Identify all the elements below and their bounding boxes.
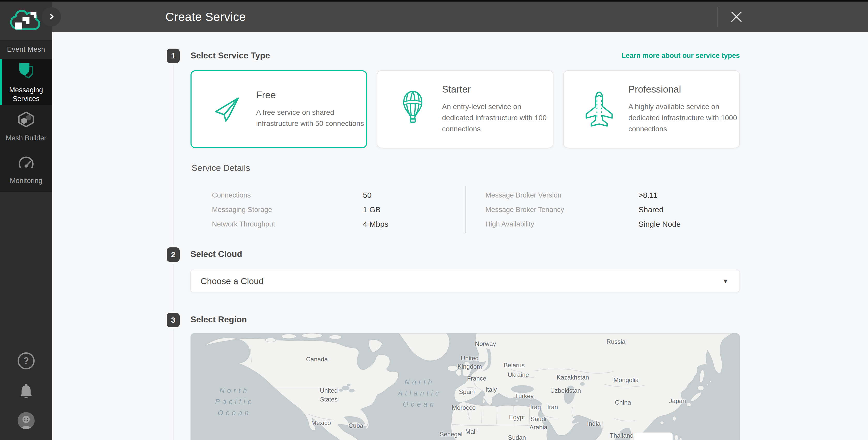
learn-more-link[interactable]: Learn more about our service types bbox=[621, 48, 740, 63]
map-label: France bbox=[467, 375, 487, 382]
cloud-logo-icon bbox=[9, 8, 43, 33]
map-label: Thailand bbox=[610, 432, 633, 439]
sidebar-item-label: Messaging Services bbox=[5, 86, 47, 103]
dialog-header: Create Service bbox=[52, 2, 868, 32]
step-3-title: Select Region bbox=[190, 312, 247, 327]
notifications-button[interactable] bbox=[0, 383, 52, 400]
map-label: United bbox=[320, 387, 338, 394]
detail-value: 50 bbox=[363, 190, 371, 200]
sidebar-item-label: Monitoring bbox=[5, 176, 47, 185]
map-label: Kazakhstan bbox=[557, 374, 589, 381]
step-connector bbox=[173, 264, 174, 311]
map-label: Senegal bbox=[440, 431, 462, 438]
sidebar-nav: Messaging Services Mesh Builder bbox=[0, 59, 52, 192]
caret-down-icon: ▼ bbox=[722, 271, 729, 292]
map-label: Sudan bbox=[508, 434, 526, 440]
map-control-box[interactable] bbox=[634, 433, 673, 440]
step-3-badge: 3 bbox=[167, 313, 180, 327]
map-label: Kingdom bbox=[458, 363, 482, 370]
sidebar-item-monitoring[interactable]: Monitoring bbox=[0, 148, 52, 192]
close-icon bbox=[730, 21, 743, 24]
service-type-cards: Free A free service on shared infrastruc… bbox=[190, 70, 740, 148]
map-label: China bbox=[615, 399, 631, 406]
page-title: Create Service bbox=[165, 2, 246, 32]
step-1-badge: 1 bbox=[167, 49, 180, 63]
card-text: Professional A highly available service … bbox=[628, 84, 739, 134]
hexagon-icon bbox=[17, 111, 35, 129]
gauge-icon bbox=[17, 155, 35, 172]
card-description: A free service on shared infrastructure … bbox=[256, 107, 366, 129]
map-label: Norway bbox=[475, 340, 496, 347]
card-title: Professional bbox=[628, 84, 739, 95]
card-title: Free bbox=[256, 90, 366, 100]
card-text: Starter An entry-level service on dedica… bbox=[442, 84, 553, 134]
chevron-right-icon bbox=[48, 13, 55, 21]
step-connector bbox=[173, 329, 174, 440]
card-description: An entry-level service on dedicated infr… bbox=[442, 101, 553, 134]
dialog-content: 1 2 3 Select Service Type Learn more abo… bbox=[52, 32, 868, 440]
detail-value: 1 GB bbox=[363, 205, 380, 215]
card-description: A highly available service on dedicated … bbox=[628, 101, 739, 134]
map-label: Saudi bbox=[530, 415, 546, 423]
service-details-title: Service Details bbox=[191, 163, 250, 173]
bell-icon bbox=[19, 383, 34, 400]
sidebar-item-mesh-builder[interactable]: Mesh Builder bbox=[0, 105, 52, 148]
detail-label: Message Broker Tenancy bbox=[486, 205, 564, 215]
shield-icon bbox=[18, 61, 35, 82]
sidebar-item-messaging-services[interactable]: Messaging Services bbox=[0, 59, 52, 105]
map-label: Cuba bbox=[348, 422, 363, 430]
account-button[interactable] bbox=[0, 412, 52, 429]
cloud-select-value: Choose a Cloud bbox=[200, 271, 264, 292]
help-button[interactable]: ? bbox=[0, 352, 52, 370]
map-label: Japan bbox=[669, 397, 686, 405]
map-label: Atlantic bbox=[398, 389, 441, 397]
sidebar-expand-button[interactable] bbox=[42, 7, 61, 26]
map-label: India bbox=[587, 420, 600, 427]
detail-value: Single Node bbox=[639, 219, 681, 229]
service-type-card-professional[interactable]: Professional A highly available service … bbox=[563, 70, 740, 148]
map-label: Iran bbox=[547, 404, 558, 411]
cloud-select-dropdown[interactable]: Choose a Cloud ▼ bbox=[190, 270, 740, 292]
avatar bbox=[18, 412, 35, 429]
region-map[interactable]: CanadaUnitedStatesMexicoCubaSenegalMaliS… bbox=[190, 333, 740, 440]
map-label: Mongolia bbox=[613, 376, 639, 384]
map-label: North bbox=[219, 387, 249, 395]
map-label: Canada bbox=[306, 356, 328, 363]
map-label: Mexico bbox=[311, 419, 331, 427]
hot-air-balloon-icon bbox=[391, 90, 435, 128]
details-divider bbox=[465, 186, 466, 233]
map-label: Pacific bbox=[215, 398, 254, 406]
step-2-title: Select Cloud bbox=[190, 247, 242, 261]
step-connector bbox=[173, 65, 174, 245]
header-divider bbox=[718, 7, 718, 27]
map-label: Spain bbox=[459, 388, 474, 396]
detail-value: Shared bbox=[639, 205, 663, 215]
sidebar: Event Mesh Messaging Services bbox=[0, 2, 52, 440]
service-type-card-starter[interactable]: Starter An entry-level service on dedica… bbox=[377, 70, 553, 148]
map-label: Italy bbox=[486, 386, 497, 393]
map-label: Egypt bbox=[509, 414, 525, 421]
map-label: Ocean bbox=[403, 401, 436, 408]
question-icon: ? bbox=[18, 352, 35, 370]
detail-value: >8.11 bbox=[639, 190, 658, 200]
map-label: Ukraine bbox=[508, 371, 529, 378]
detail-label: Message Broker Version bbox=[486, 190, 561, 200]
airplane-icon bbox=[577, 91, 621, 128]
detail-label: Messaging Storage bbox=[212, 205, 272, 215]
map-label: United bbox=[461, 355, 478, 362]
map-label: Mali bbox=[465, 428, 477, 435]
service-type-card-free[interactable]: Free A free service on shared infrastruc… bbox=[190, 70, 367, 148]
detail-label: Network Throughput bbox=[212, 219, 275, 229]
map-label: Arabia bbox=[529, 424, 547, 431]
map-label: Ocean bbox=[218, 409, 251, 417]
map-label: Iraq bbox=[530, 404, 541, 411]
close-button[interactable] bbox=[730, 10, 743, 24]
card-text: Free A free service on shared infrastruc… bbox=[256, 90, 366, 129]
map-label: States bbox=[320, 396, 338, 403]
map-label: Uzbekistan bbox=[550, 387, 581, 394]
map-label: Turkey bbox=[515, 392, 533, 400]
detail-label: Connections bbox=[212, 190, 251, 200]
paper-plane-icon bbox=[205, 95, 249, 123]
window-top-edge bbox=[0, 0, 868, 2]
detail-value: 4 Mbps bbox=[363, 219, 388, 229]
